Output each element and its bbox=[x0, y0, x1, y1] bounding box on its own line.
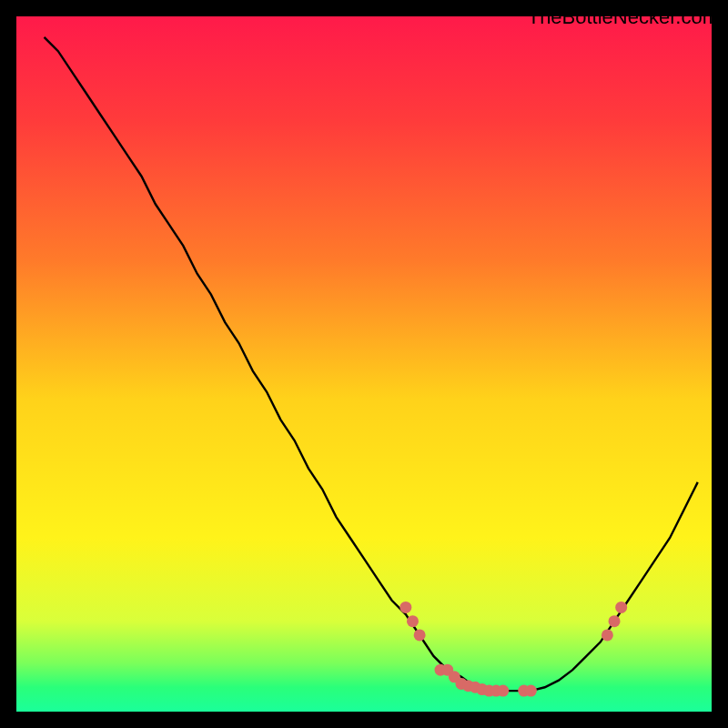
data-marker bbox=[414, 629, 426, 641]
gradient-background bbox=[16, 16, 712, 712]
data-marker bbox=[609, 615, 621, 627]
chart-svg bbox=[16, 16, 712, 712]
data-marker bbox=[615, 602, 627, 613]
watermark-text: TheBottleNecker.com bbox=[528, 5, 719, 29]
plot-area bbox=[16, 16, 712, 712]
data-marker bbox=[407, 615, 419, 627]
data-marker bbox=[497, 685, 509, 697]
chart-container: TheBottleNecker.com bbox=[0, 0, 728, 728]
data-marker bbox=[602, 629, 613, 641]
data-marker bbox=[525, 685, 537, 697]
data-marker bbox=[399, 602, 411, 613]
